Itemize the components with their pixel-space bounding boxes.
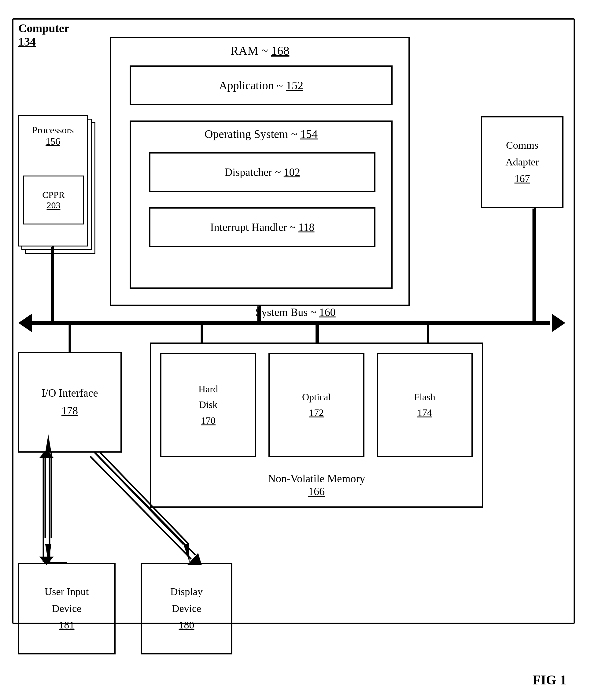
hard-disk-label: HardDisk170 (198, 381, 218, 429)
optical-label: Optical172 (302, 389, 331, 421)
arrow-right (552, 314, 565, 332)
dispatcher-label: Dispatcher ~ 102 (224, 166, 300, 179)
application-box: Application ~ 152 (130, 65, 393, 105)
display-device-box: DisplayDevice180 (141, 563, 233, 654)
hard-disk-box: HardDisk170 (160, 353, 256, 457)
nvm-box: HardDisk170 Optical172 Flash174 Non-Vola… (150, 342, 483, 508)
cppr-box: CPPR 203 (23, 176, 84, 225)
os-label: Operating System ~ 154 (205, 127, 318, 141)
computer-label: Computer 134 (18, 21, 69, 48)
interrupt-handler-box: Interrupt Handler ~ 118 (149, 207, 376, 247)
fig-label: FIG 1 (533, 672, 567, 688)
flash-label: Flash174 (414, 389, 435, 421)
ram-box: RAM ~ 168 Application ~ 152 Operating Sy… (110, 37, 410, 306)
comms-adapter-label: CommsAdapter167 (505, 137, 539, 187)
cppr-label: CPPR 203 (42, 190, 65, 210)
interrupt-label: Interrupt Handler ~ 118 (210, 221, 314, 234)
dispatcher-box: Dispatcher ~ 102 (149, 152, 376, 192)
processors-main-box: Processors 156 CPPR 203 (18, 115, 88, 247)
user-input-box: User InputDevice181 (18, 563, 116, 654)
display-device-label: DisplayDevice180 (170, 583, 203, 633)
storage-boxes: HardDisk170 Optical172 Flash174 (160, 353, 473, 457)
nvm-label: Non-Volatile Memory 166 (268, 472, 365, 498)
ram-label: RAM ~ 168 (231, 44, 289, 58)
application-label: Application ~ 152 (219, 79, 303, 92)
io-label: I/O Interface 178 (42, 384, 98, 420)
user-input-label: User InputDevice181 (45, 583, 89, 633)
comms-adapter-box: CommsAdapter167 (481, 116, 564, 208)
system-bus-label: System Bus ~ 160 (255, 306, 336, 319)
page: Computer 134 RAM ~ 168 Application ~ 152… (0, 0, 591, 700)
optical-box: Optical172 (268, 353, 365, 457)
os-box: Operating System ~ 154 Dispatcher ~ 102 … (130, 121, 393, 289)
arrow-left (18, 314, 32, 332)
io-interface-box: I/O Interface 178 (18, 352, 122, 453)
processors-label: Processors 156 (32, 124, 74, 147)
flash-box: Flash174 (377, 353, 473, 457)
system-bus-line (30, 321, 550, 325)
